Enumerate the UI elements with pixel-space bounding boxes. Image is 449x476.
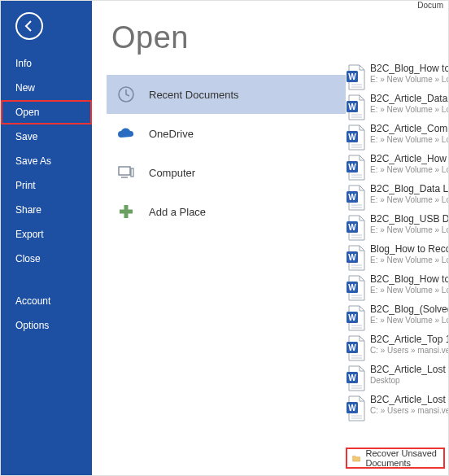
file-name: B2C_Article_How to Fi [370,153,448,164]
file-name: B2C_Blog_USB Drive F [370,213,448,225]
recover-unsaved-label: Recover Unsaved Documents [365,448,443,468]
file-name: B2C_Article_Commom [370,123,448,134]
file-path: E: » New Volume » Local Dis [370,75,448,84]
sidebar-item-share[interactable]: Share [1,198,92,222]
svg-text:W: W [348,283,356,292]
svg-text:W: W [348,313,356,322]
recover-unsaved-button[interactable]: Recover Unsaved Documents [346,448,445,469]
sidebar-item-save-as[interactable]: Save As [1,149,92,173]
word-document-icon: W [346,305,365,331]
sidebar-item-save[interactable]: Save [1,124,92,149]
recent-file-item[interactable]: WB2C_Article_Data LossE: » New Volume » … [346,93,448,120]
word-document-icon: W [346,155,365,181]
word-document-icon: W [346,275,365,301]
svg-text:W: W [348,223,356,232]
sidebar-item-open[interactable]: Open [1,100,92,124]
svg-text:W: W [348,343,356,352]
file-name: B2C_Article_Top 10 Fr [370,334,448,345]
back-arrow-icon [23,20,36,33]
sidebar-item-print[interactable]: Print [1,173,92,198]
sidebar-item-close[interactable]: Close [1,247,92,271]
file-path: E: » New Volume » Local Dis [370,135,448,144]
word-document-icon: W [346,94,365,120]
sidebar-item-new[interactable]: New [1,76,92,100]
sidebar-item-export[interactable]: Export [1,222,92,247]
file-path: Desktop [370,376,448,385]
sidebar-item-options[interactable]: Options [1,313,92,338]
recent-file-item[interactable]: WB2C_Blog_(Solved) ErrE: » New Volume » … [346,304,448,331]
file-name: B2C_Blog_Data Loss Is [370,183,448,194]
word-document-icon: W [346,185,365,211]
back-button[interactable] [15,12,43,40]
location-add-a-place[interactable]: Add a Place [107,192,346,231]
word-document-icon: W [346,245,365,271]
svg-text:W: W [348,404,356,413]
folder-icon [352,452,360,464]
svg-text:W: W [348,193,356,202]
file-name: B2C_Blog_How to Fix [370,63,448,74]
file-path: E: » New Volume » Local Dis [370,165,448,174]
svg-text:W: W [348,72,356,81]
sidebar-item-account[interactable]: Account [1,289,92,313]
file-menu-sidebar: InfoNewOpenSaveSave AsPrintShareExportCl… [1,1,92,475]
file-path: E: » New Volume » Local Dis [370,195,448,204]
file-name: B2C_Blog_(Solved) Err [370,304,448,315]
file-name: B2C_Blog_How to reco [370,273,448,285]
word-document-icon: W [346,335,365,361]
location-computer[interactable]: Computer [107,153,346,192]
location-label: Recent Documents [149,89,239,101]
clock-icon [115,85,137,103]
svg-text:W: W [348,373,356,382]
file-name: B2C_Article_Data Loss [370,93,448,104]
file-path: E: » New Volume » Local Dis [370,225,448,234]
file-path: C: » Users » mansi.verma » [370,406,448,415]
file-path: E: » New Volume » Local Dis [370,286,448,295]
recent-file-item[interactable]: WBlog_How to RecoverE: » New Volume » Lo… [346,243,448,271]
file-name: B2C_Article_Lost Data [370,364,448,375]
word-document-icon: W [346,215,365,241]
recent-file-item[interactable]: WB2C_Article_Lost DataDesktop [346,364,448,391]
open-panel: Open Recent DocumentsOneDriveComputerAdd… [92,1,346,475]
file-name: B2C_Article_Lost Data [370,394,448,405]
sidebar-item-info[interactable]: Info [1,51,92,76]
recent-file-item[interactable]: WB2C_Blog_Data Loss IsE: » New Volume » … [346,183,448,211]
svg-text:W: W [348,133,356,142]
recent-file-item[interactable]: WB2C_Blog_USB Drive FE: » New Volume » L… [346,213,448,241]
recent-file-item[interactable]: WB2C_Blog_How to FixE: » New Volume » Lo… [346,63,448,90]
computer-icon [115,165,137,180]
svg-text:W: W [348,103,356,111]
cloud-icon [115,127,137,140]
word-document-icon: W [346,395,365,421]
recent-documents-list: WB2C_Blog_How to FixE: » New Volume » Lo… [346,63,448,441]
recent-file-item[interactable]: WB2C_Article_CommomE: » New Volume » Loc… [346,123,448,151]
file-path: E: » New Volume » Local Dis [370,105,448,114]
recent-file-item[interactable]: WB2C_Article_Lost DataC: » Users » mansi… [346,394,448,421]
word-document-icon: W [346,124,365,151]
word-document-icon: W [346,64,365,90]
svg-rect-1 [119,167,130,175]
file-path: E: » New Volume » Local Dis [370,316,448,325]
page-title: Open [111,20,346,55]
window-title: Docum [417,1,443,10]
svg-text:W: W [348,253,356,262]
svg-text:W: W [348,163,356,172]
file-path: C: » Users » mansi.verma » [370,346,448,355]
location-recent-documents[interactable]: Recent Documents [107,75,346,114]
svg-rect-2 [131,168,133,177]
location-label: OneDrive [149,128,194,140]
recent-file-item[interactable]: WB2C_Article_How to FiE: » New Volume » … [346,153,448,181]
recent-file-item[interactable]: WB2C_Blog_How to recoE: » New Volume » L… [346,273,448,301]
location-label: Add a Place [149,206,206,218]
plus-icon [115,203,137,220]
word-document-icon: W [346,365,365,391]
file-name: Blog_How to Recover [370,243,448,255]
location-onedrive[interactable]: OneDrive [107,114,346,153]
recent-file-item[interactable]: WB2C_Article_Top 10 FrC: » Users » mansi… [346,334,448,361]
file-path: E: » New Volume » Local Dis [370,255,448,264]
location-label: Computer [149,167,195,179]
